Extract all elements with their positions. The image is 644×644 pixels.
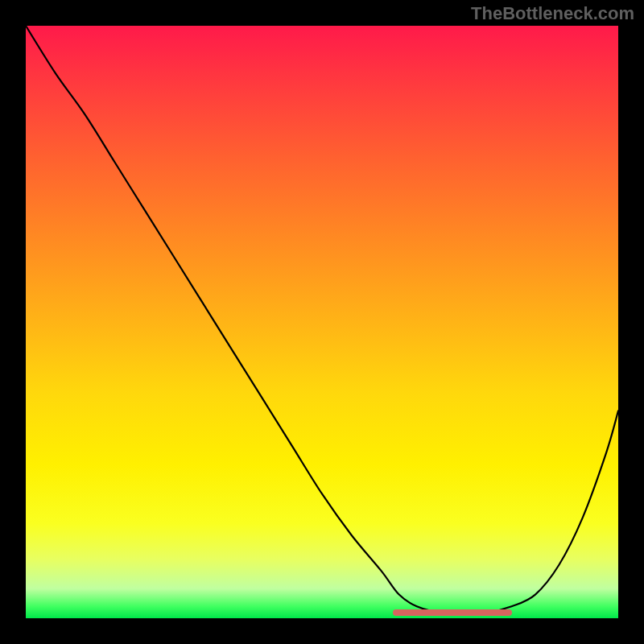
- watermark-text: TheBottleneck.com: [471, 3, 634, 24]
- curve-svg: [26, 26, 618, 618]
- plot-area: [26, 26, 618, 618]
- optimal-range-marker: [393, 609, 511, 616]
- bottleneck-curve: [26, 26, 618, 613]
